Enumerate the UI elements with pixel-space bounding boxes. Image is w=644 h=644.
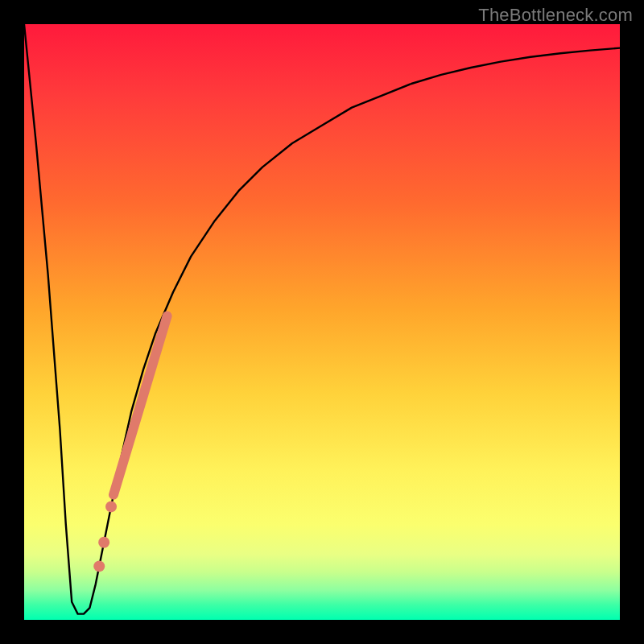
chart-frame: TheBottleneck.com (0, 0, 644, 644)
highlight-dot-1 (105, 501, 117, 512)
curve-group (24, 24, 620, 614)
highlight-dot-2 (98, 537, 109, 548)
highlight-group (93, 316, 167, 572)
watermark-text: TheBottleneck.com (478, 5, 633, 26)
plot-area (24, 24, 620, 620)
chart-svg (24, 24, 620, 620)
bottleneck-curve (24, 24, 620, 614)
highlight-segment (114, 316, 167, 495)
highlight-dot-3 (93, 560, 105, 572)
